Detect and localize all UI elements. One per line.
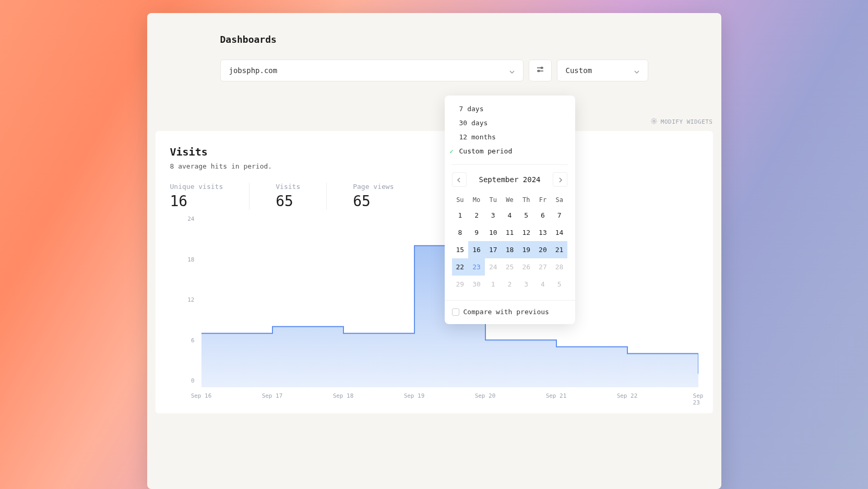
y-tick: 12 <box>187 296 194 303</box>
calendar-day[interactable]: 6 <box>534 207 551 224</box>
calendar-day[interactable]: 21 <box>551 241 568 258</box>
divider <box>452 164 568 165</box>
calendar-dow: Fr <box>534 193 551 207</box>
period-option[interactable]: 12 months <box>451 130 569 144</box>
calendar-day[interactable]: 1 <box>485 276 502 293</box>
y-tick: 0 <box>191 377 195 384</box>
calendar-day[interactable]: 15 <box>452 241 469 258</box>
gear-icon <box>650 117 658 126</box>
visits-card: Visits 8 average hits in period. Unique … <box>156 131 713 413</box>
y-axis: 24181260 <box>170 225 199 387</box>
svg-point-2 <box>653 120 655 122</box>
site-selector-value: jobsphp.com <box>229 66 278 75</box>
calendar-day[interactable]: 2 <box>502 276 518 293</box>
calendar-day[interactable]: 3 <box>485 207 502 224</box>
period-option[interactable]: 7 days <box>451 102 569 116</box>
compare-previous-toggle[interactable]: Compare with previous <box>445 300 575 318</box>
y-tick: 18 <box>187 256 194 263</box>
checkbox-icon <box>452 308 459 316</box>
calendar-day[interactable]: 30 <box>468 276 485 293</box>
compare-label: Compare with previous <box>463 308 549 316</box>
calendar-dow: We <box>502 193 518 207</box>
svg-point-0 <box>541 67 542 69</box>
metrics-row: Unique visits16Visits65Page views65 <box>170 183 698 210</box>
calendar-day[interactable]: 11 <box>502 224 518 241</box>
modify-widgets-label: MODIFY WIDGETS <box>661 118 713 125</box>
metric-label: Page views <box>353 183 394 190</box>
period-selector-value: Custom <box>566 66 592 75</box>
chevron-left-icon <box>457 175 462 185</box>
calendar-dow: Sa <box>551 193 568 207</box>
calendar-day[interactable]: 1 <box>452 207 469 224</box>
calendar-dow: Th <box>518 193 534 207</box>
calendar-header: September 2024 <box>452 172 568 187</box>
period-options-list: 7 days30 days12 months✓Custom period <box>445 102 575 164</box>
page-title: Dashboards <box>220 34 648 45</box>
calendar-day[interactable]: 26 <box>518 258 534 276</box>
metric-value: 65 <box>276 193 300 210</box>
calendar-day[interactable]: 29 <box>452 276 469 293</box>
svg-point-1 <box>538 70 539 72</box>
chevron-down-icon <box>509 68 515 73</box>
modify-widgets-button[interactable]: MODIFY WIDGETS <box>650 117 713 126</box>
calendar-day[interactable]: 8 <box>452 224 469 241</box>
calendar-day[interactable]: 16 <box>468 241 485 258</box>
calendar-day[interactable]: 27 <box>534 258 551 276</box>
app-window: Dashboards jobsphp.com Custom <box>147 13 721 489</box>
metric: Page views65 <box>353 183 420 210</box>
metric-value: 65 <box>353 193 394 210</box>
period-dropdown: 7 days30 days12 months✓Custom period Sep… <box>445 96 575 324</box>
calendar-day[interactable]: 17 <box>485 241 502 258</box>
calendar-day[interactable]: 7 <box>551 207 568 224</box>
calendar-dow: Tu <box>485 193 502 207</box>
period-selector[interactable]: Custom <box>557 59 648 81</box>
calendar-day[interactable]: 22 <box>452 258 469 276</box>
sliders-icon <box>536 65 544 76</box>
calendar-day[interactable]: 13 <box>534 224 551 241</box>
calendar: September 2024 SuMoTuWeThFrSa12345678910… <box>445 172 575 293</box>
calendar-day[interactable]: 3 <box>518 276 534 293</box>
metric: Unique visits16 <box>170 183 250 210</box>
metric-label: Unique visits <box>170 183 223 190</box>
site-selector[interactable]: jobsphp.com <box>220 59 524 81</box>
calendar-day[interactable]: 12 <box>518 224 534 241</box>
calendar-day[interactable]: 10 <box>485 224 502 241</box>
chevron-right-icon <box>557 175 563 185</box>
calendar-day[interactable]: 25 <box>502 258 518 276</box>
filter-button[interactable] <box>529 59 552 81</box>
x-axis: Sep 16Sep 17Sep 18Sep 19Sep 20Sep 21Sep … <box>201 392 698 403</box>
calendar-day[interactable]: 18 <box>502 241 518 258</box>
x-tick: Sep 16 <box>191 392 212 399</box>
calendar-day[interactable]: 4 <box>502 207 518 224</box>
calendar-day[interactable]: 4 <box>534 276 551 293</box>
calendar-day[interactable]: 14 <box>551 224 568 241</box>
calendar-day[interactable]: 9 <box>468 224 485 241</box>
x-tick: Sep 20 <box>475 392 496 399</box>
calendar-day[interactable]: 20 <box>534 241 551 258</box>
x-tick: Sep 21 <box>546 392 567 399</box>
calendar-day[interactable]: 5 <box>551 276 568 293</box>
calendar-day[interactable]: 24 <box>485 258 502 276</box>
calendar-dow: Mo <box>468 193 485 207</box>
calendar-prev-button[interactable] <box>452 172 467 187</box>
metric-value: 16 <box>170 193 223 210</box>
y-tick: 24 <box>187 216 194 222</box>
period-option[interactable]: 30 days <box>451 116 569 130</box>
card-title: Visits <box>170 146 698 158</box>
calendar-day[interactable]: 2 <box>468 207 485 224</box>
x-tick: Sep 22 <box>617 392 638 399</box>
metric: Visits65 <box>276 183 327 210</box>
calendar-day[interactable]: 19 <box>518 241 534 258</box>
calendar-dow: Su <box>452 193 469 207</box>
calendar-month-label: September 2024 <box>479 175 540 184</box>
checkmark-icon: ✓ <box>450 148 454 155</box>
calendar-next-button[interactable] <box>553 172 567 187</box>
chart-area: 24181260 Sep 16Sep 17Sep 18Sep 19Sep 20S… <box>170 225 698 403</box>
filter-bar: jobsphp.com Custom <box>220 59 648 81</box>
calendar-day[interactable]: 23 <box>468 258 485 276</box>
y-tick: 6 <box>191 337 195 343</box>
calendar-day[interactable]: 28 <box>551 258 568 276</box>
period-option[interactable]: ✓Custom period <box>451 144 569 158</box>
x-tick: Sep 17 <box>262 392 283 399</box>
calendar-day[interactable]: 5 <box>518 207 534 224</box>
